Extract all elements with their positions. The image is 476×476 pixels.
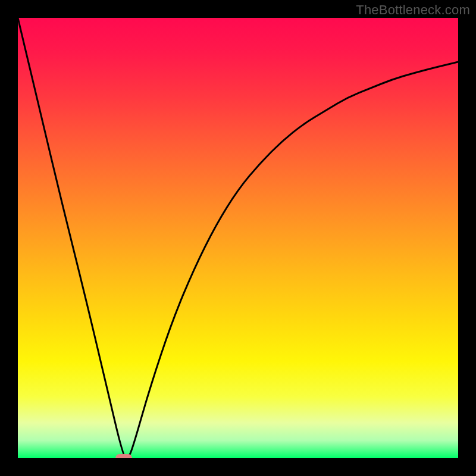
- plot-area: [18, 18, 458, 458]
- chart-frame: TheBottleneck.com: [0, 0, 476, 476]
- watermark-text: TheBottleneck.com: [356, 2, 470, 18]
- curve-svg: [18, 18, 458, 458]
- optimal-point-marker: [115, 454, 132, 458]
- bottleneck-curve: [18, 18, 458, 458]
